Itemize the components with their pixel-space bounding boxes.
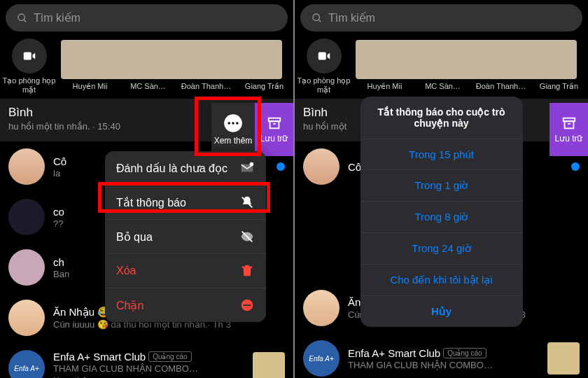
block-icon	[239, 298, 255, 313]
svg-rect-10	[270, 121, 279, 128]
trash-icon	[239, 263, 255, 279]
archive-button[interactable]: Lưu trữ	[255, 103, 293, 156]
svg-rect-4	[27, 54, 27, 57]
mute-8hr[interactable]: Trong 8 giờ	[360, 202, 523, 233]
screen-right: Tìm kiếm Tạo phòng họp mặt Huyền Mii MC …	[295, 0, 588, 378]
mute-modal: Tắt thông báo cho cuộc trò chuyện này Tr…	[295, 0, 588, 378]
story-create[interactable]: Tạo phòng họp mặt	[0, 38, 58, 94]
more-icon	[223, 113, 243, 133]
unread-dot	[276, 162, 285, 171]
archive-icon	[267, 115, 282, 131]
menu-block[interactable]: Chặn	[105, 288, 266, 322]
story-row: Tạo phòng họp mặt Huyền Mii MC Sàn… Đoàn…	[0, 34, 293, 99]
see-more-link[interactable]: Xem thêm	[53, 375, 94, 378]
search-input[interactable]: Tìm kiếm	[6, 4, 288, 31]
svg-rect-16	[244, 304, 251, 306]
svg-line-1	[24, 20, 26, 22]
ignore-icon	[239, 229, 255, 244]
unread-icon	[239, 160, 255, 176]
mute-1hr[interactable]: Trong 1 giờ	[360, 170, 523, 202]
menu-mute[interactable]: Tắt thông báo	[105, 186, 266, 220]
mute-15min[interactable]: Trong 15 phút	[360, 139, 523, 170]
context-menu: Đánh dấu là chưa đọc Tắt thông báo Bỏ qu…	[105, 151, 266, 322]
svg-point-8	[236, 122, 239, 125]
mute-24hr[interactable]: Trong 24 giờ	[360, 233, 523, 265]
search-icon	[17, 13, 28, 24]
story-strip[interactable]	[61, 40, 282, 79]
svg-point-6	[227, 122, 230, 125]
mute-icon	[239, 195, 255, 210]
chat-row-ad[interactable]: Enfa A+ Enfa A+ Smart Club Quảng cáo THA…	[0, 343, 293, 378]
screen-left: Tìm kiếm Tạo phòng họp mặt Huyền Mii MC …	[0, 0, 293, 378]
menu-mark-unread[interactable]: Đánh dấu là chưa đọc	[105, 151, 266, 186]
create-room-icon	[22, 48, 37, 64]
modal-cancel[interactable]: Hủy	[360, 296, 523, 327]
more-button[interactable]: Xem thêm	[211, 103, 255, 156]
modal-title: Tắt thông báo cho cuộc trò chuyện này	[360, 97, 523, 139]
menu-delete[interactable]: Xóa	[105, 254, 266, 288]
svg-point-7	[232, 122, 234, 125]
ad-badge: Quảng cáo	[148, 351, 191, 362]
svg-point-12	[250, 162, 254, 167]
menu-ignore[interactable]: Bỏ qua	[105, 220, 266, 254]
mute-until-on[interactable]: Cho đến khi tôi bật lại	[360, 265, 523, 296]
ad-thumbnail	[253, 352, 285, 378]
svg-point-0	[18, 14, 24, 20]
